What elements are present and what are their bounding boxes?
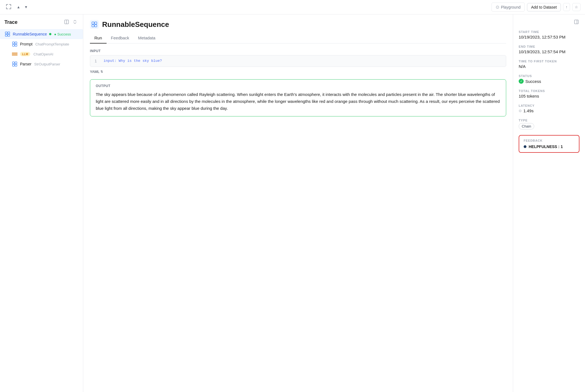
llm-sub-name: ChatOpenAI: [34, 52, 54, 56]
feedback-dot: [524, 145, 526, 148]
svg-rect-13: [12, 62, 14, 64]
latency-row: ⊙ 1.49s: [519, 108, 579, 113]
tab-metadata[interactable]: Metadata: [133, 33, 160, 44]
parser-icon: [12, 61, 18, 67]
input-label: INPUT: [90, 49, 506, 53]
star-button[interactable]: ☆: [572, 3, 581, 11]
code-line-1: 1 input: Why is the sky blue?: [95, 59, 501, 63]
success-label: ● Success: [54, 32, 71, 36]
sidebar-item-llm[interactable]: LLM ChatOpenAI: [0, 49, 83, 59]
feedback-separator: :: [558, 144, 561, 149]
playground-icon: ⊙: [496, 4, 499, 10]
status-label: STATUS: [519, 74, 579, 78]
runnablesequence-icon: [4, 31, 11, 37]
svg-rect-17: [92, 22, 94, 24]
content-area: RunnableSequence Run Feedback Metadata I…: [83, 14, 513, 392]
topbar-right: ⊙ Playground Add to Dataset ↑ ☆: [491, 2, 581, 12]
feedback-value: 1: [561, 144, 563, 149]
parser-sub-name: StrOutputParser: [34, 62, 60, 66]
latency-clock-icon: ⊙: [519, 109, 522, 113]
feedback-text: HELPFULNESS : 1: [529, 144, 563, 149]
panel-toggle-button[interactable]: [573, 19, 579, 26]
playground-button[interactable]: ⊙ Playground: [491, 2, 525, 12]
tab-run[interactable]: Run: [90, 33, 107, 44]
ttft-section: TIME TO FIRST TOKEN N/A: [519, 60, 579, 69]
yaml-label: YAML: [90, 70, 99, 74]
status-row: ✓ Success: [519, 79, 579, 84]
svg-rect-19: [92, 25, 94, 27]
prompt-icon: [12, 41, 18, 47]
llm-icon: [12, 51, 18, 57]
input-code: input: Why is the sky blue?: [104, 59, 162, 63]
llm-badge: LLM: [20, 52, 30, 56]
ttft-value: N/A: [519, 64, 579, 69]
svg-rect-6: [12, 42, 14, 44]
output-label: OUTPUT: [96, 84, 500, 88]
type-badge: Chain: [519, 123, 534, 129]
sidebar-item-parser[interactable]: Parser StrOutputParser: [0, 59, 83, 69]
status-section: STATUS ✓ Success: [519, 74, 579, 84]
svg-rect-3: [8, 32, 10, 34]
tokens-value: 105 tokens: [519, 94, 579, 98]
svg-rect-9: [15, 44, 17, 46]
latency-section: LATENCY ⊙ 1.49s: [519, 104, 579, 113]
latency-label: LATENCY: [519, 104, 579, 107]
expand-button[interactable]: [4, 3, 13, 11]
svg-rect-7: [15, 42, 17, 44]
sidebar-item-runnablesequence[interactable]: RunnableSequence ● Success: [0, 29, 83, 39]
code-block: 1 input: Why is the sky blue?: [90, 55, 506, 67]
start-time-section: START TIME 10/19/2023, 12:57:53 PM: [519, 30, 579, 39]
content-title: RunnableSequence: [102, 20, 169, 29]
type-label: TYPE: [519, 119, 579, 122]
nav-up-button[interactable]: ▲: [15, 4, 22, 10]
prompt-sub-name: ChatPromptTemplate: [35, 42, 69, 46]
upload-button[interactable]: ↑: [563, 3, 570, 11]
panel-top: [519, 19, 579, 26]
content-header-icon: [90, 20, 99, 29]
svg-rect-21: [574, 20, 578, 24]
star-icon: ☆: [575, 5, 578, 9]
ttft-label: TIME TO FIRST TOKEN: [519, 60, 579, 63]
svg-rect-15: [12, 64, 14, 66]
end-time-section: END TIME 10/19/2023, 12:57:54 PM: [519, 45, 579, 54]
svg-rect-14: [15, 62, 17, 64]
main-layout: Trace: [0, 14, 585, 392]
success-indicator: [49, 33, 51, 35]
svg-rect-18: [95, 22, 97, 24]
sidebar-title-text: Trace: [4, 19, 17, 25]
nav-down-button[interactable]: ▼: [22, 4, 29, 10]
svg-rect-4: [5, 34, 7, 36]
status-value: Success: [525, 79, 541, 84]
latency-value: 1.49s: [523, 108, 534, 113]
output-section: OUTPUT The sky appears blue because of a…: [90, 79, 506, 116]
sidebar-title-icons: [63, 19, 79, 26]
sidebar-expand-icon[interactable]: [71, 19, 79, 26]
type-section: TYPE Chain: [519, 119, 579, 129]
add-to-dataset-button[interactable]: Add to Dataset: [527, 3, 561, 11]
topbar-nav: ▲ ▼: [15, 4, 29, 10]
svg-rect-8: [12, 44, 14, 46]
line-number: 1: [95, 59, 99, 63]
status-success-icon: ✓: [519, 79, 524, 84]
tab-feedback[interactable]: Feedback: [107, 33, 134, 44]
input-section: INPUT 1 input: Why is the sky blue? YAML…: [90, 49, 506, 74]
prompt-name: Prompt: [20, 42, 32, 46]
upload-icon: ↑: [566, 5, 568, 9]
svg-rect-5: [8, 34, 10, 36]
feedback-key: HELPFULNESS: [529, 144, 557, 149]
feedback-card-label: FEEDBACK: [524, 139, 574, 142]
sidebar-item-prompt[interactable]: Prompt ChatPromptTemplate: [0, 39, 83, 49]
sidebar-split-icon[interactable]: [63, 19, 70, 26]
output-text: The sky appears blue because of a phenom…: [96, 91, 500, 112]
yaml-selector[interactable]: YAML ⇅: [90, 70, 506, 74]
sidebar-title: Trace: [0, 19, 83, 29]
parser-name: Parser: [20, 62, 31, 66]
tokens-section: TOTAL TOKENS 105 tokens: [519, 89, 579, 98]
tokens-label: TOTAL TOKENS: [519, 89, 579, 93]
topbar: ▲ ▼ ⊙ Playground Add to Dataset ↑ ☆: [0, 0, 585, 14]
end-time-label: END TIME: [519, 45, 579, 48]
end-time-value: 10/19/2023, 12:57:54 PM: [519, 49, 579, 54]
content-header: RunnableSequence: [90, 20, 506, 29]
svg-rect-2: [5, 32, 7, 34]
tabs: Run Feedback Metadata: [90, 33, 506, 44]
